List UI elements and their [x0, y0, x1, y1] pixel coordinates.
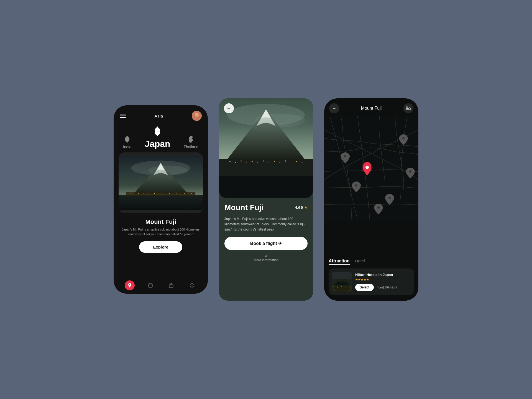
svg-point-21 [180, 194, 181, 194]
svg-point-1 [195, 113, 199, 117]
phone1-info: Mount Fuji Japan's Mt. Fuji is an active… [114, 216, 208, 239]
svg-point-11 [143, 193, 144, 194]
svg-point-40 [241, 160, 242, 162]
phones-container: Asia India [114, 98, 418, 301]
map-back-button[interactable]: ← [329, 103, 339, 113]
book-flight-button[interactable]: Book a flight ✈ [224, 237, 308, 250]
svg-point-17 [165, 194, 166, 194]
country-thailand[interactable]: Thailand [183, 136, 198, 149]
ph1-location-title: Mount Fuji [119, 218, 203, 226]
svg-point-56 [409, 108, 410, 109]
svg-point-65 [365, 166, 369, 169]
svg-point-60 [388, 197, 391, 199]
ph2-rating: 4.69 ★ [295, 205, 308, 210]
tab-attraction[interactable]: Attraction [329, 259, 350, 265]
svg-point-62 [377, 206, 380, 209]
nav-compass[interactable] [187, 280, 197, 290]
hotel-card: Hilton Hotels in Japan ★★★★★ Select from… [329, 268, 414, 295]
phone1-header: Asia [114, 105, 208, 124]
india-icon [124, 136, 130, 144]
svg-point-45 [268, 162, 269, 163]
svg-point-12 [147, 193, 147, 194]
svg-point-48 [285, 160, 286, 162]
hotel-bottom: Select from$199/night [355, 284, 411, 291]
region-title: Asia [154, 114, 163, 118]
more-info-label: More information [254, 258, 278, 262]
india-label: India [123, 145, 131, 149]
rating-value: 4.69 [295, 205, 303, 210]
svg-point-8 [131, 193, 131, 194]
explore-button[interactable]: Explore [139, 241, 182, 253]
menu-icon[interactable] [120, 114, 126, 118]
back-button-2[interactable]: ← [224, 103, 234, 113]
hotel-image [332, 272, 352, 292]
svg-point-42 [252, 161, 253, 162]
ph2-description: Japan's Mt. Fuji is an active volcano ab… [224, 216, 308, 232]
svg-point-15 [158, 193, 158, 194]
phone-3: ← Mount Fuji [324, 98, 418, 301]
filter-button[interactable] [403, 103, 413, 113]
section-tabs: Attraction Hotel [329, 259, 414, 265]
svg-point-39 [235, 162, 236, 163]
svg-rect-25 [149, 284, 152, 287]
svg-point-13 [150, 194, 151, 194]
svg-point-58 [402, 137, 405, 139]
nav-calendar[interactable] [145, 280, 155, 290]
hotel-stars: ★★★★★ [355, 278, 411, 282]
nav-bag[interactable] [166, 280, 176, 290]
japan-label: Japan [145, 139, 170, 149]
phone-1: Asia India [114, 105, 208, 294]
svg-marker-32 [191, 285, 193, 287]
select-button[interactable]: Select [355, 284, 374, 291]
ph1-location-desc: Japan's Mt. Fuji is an active volcano ab… [119, 227, 203, 236]
svg-rect-70 [332, 272, 352, 279]
svg-rect-71 [332, 286, 352, 292]
svg-point-72 [337, 287, 338, 288]
svg-point-19 [173, 193, 173, 194]
svg-point-51 [302, 162, 303, 163]
svg-rect-6 [119, 195, 203, 210]
japan-icon [154, 126, 161, 138]
mount-fuji-card [119, 152, 203, 213]
svg-point-73 [341, 286, 342, 287]
svg-point-63 [344, 155, 346, 157]
svg-point-46 [274, 161, 275, 162]
svg-point-16 [162, 193, 162, 194]
nav-location[interactable] [125, 280, 135, 290]
svg-point-74 [346, 287, 346, 288]
svg-point-23 [188, 193, 188, 194]
country-japan[interactable]: Japan [145, 126, 170, 149]
country-india[interactable]: India [123, 136, 131, 149]
svg-rect-29 [169, 285, 173, 288]
svg-rect-7 [126, 192, 195, 196]
svg-point-41 [246, 162, 247, 163]
svg-point-22 [184, 193, 185, 194]
map-area[interactable] [324, 116, 418, 254]
map-header: ← Mount Fuji [324, 98, 418, 116]
more-info[interactable]: ∧ More information [224, 254, 308, 262]
thailand-label: Thailand [183, 145, 198, 149]
svg-point-24 [191, 193, 192, 194]
svg-point-61 [355, 184, 357, 186]
chevron-up-icon: ∧ [265, 254, 267, 258]
svg-rect-37 [219, 176, 313, 198]
svg-point-50 [296, 161, 297, 162]
svg-point-38 [229, 161, 231, 162]
hotel-name: Hilton Hotels in Japan [355, 273, 411, 277]
svg-point-9 [134, 194, 135, 194]
svg-marker-31 [191, 284, 193, 285]
phone2-image: ← [219, 98, 313, 198]
phone2-title-row: Mount Fuji 4.69 ★ [224, 203, 308, 214]
svg-point-20 [177, 193, 177, 194]
svg-rect-36 [219, 159, 313, 176]
tab-hotel[interactable]: Hotel [355, 259, 365, 265]
svg-point-59 [409, 170, 411, 173]
bottom-card-section: Attraction Hotel [324, 254, 418, 301]
svg-point-18 [169, 193, 170, 194]
svg-point-47 [280, 162, 280, 163]
thailand-icon [188, 136, 194, 144]
hotel-price: from$199/night [377, 286, 397, 289]
bottom-nav [114, 277, 208, 294]
phone-2: ← Mount Fuji 4.69 ★ Japan's Mt. Fuji is … [219, 98, 313, 301]
avatar[interactable] [192, 111, 202, 121]
